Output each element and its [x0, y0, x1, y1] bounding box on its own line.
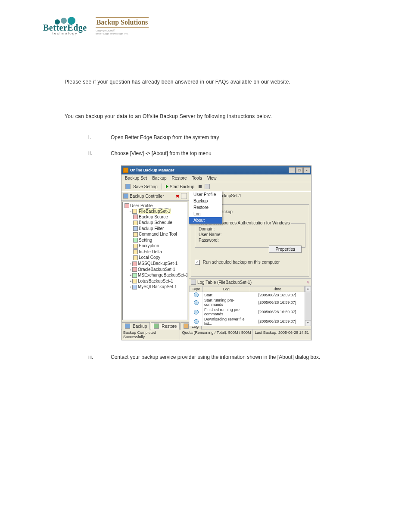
- cmd-icon: [133, 232, 138, 237]
- window-title: Online Backup Manager: [130, 168, 289, 172]
- log-msg: Downloading server file list...: [203, 317, 250, 326]
- step-1-num: i.: [88, 134, 98, 142]
- log-msg: Finished running pre-commands: [203, 307, 250, 317]
- log-msg: Start running pre-commands: [203, 298, 250, 307]
- tree-user-profile[interactable]: User Profile −FileBackupSet-1 Backup Sou…: [125, 203, 187, 290]
- app-icon: [123, 168, 128, 173]
- tree-backup-schedule[interactable]: Backup Schedule: [133, 220, 187, 226]
- log-row[interactable]: i Start [2005/06/28 16:59:07]: [190, 292, 305, 298]
- play-icon: [166, 185, 168, 188]
- toolbar-extra-icon[interactable]: [205, 184, 210, 189]
- view-dropdown-menu[interactable]: User Profile Backup Restore Log About: [189, 191, 222, 224]
- run-scheduled-row[interactable]: ✓ Run scheduled backup on this computer: [195, 260, 305, 265]
- step-2-text: Choose [View] -> [About] from the top me…: [111, 149, 212, 158]
- log-col-type[interactable]: Type: [190, 286, 203, 292]
- save-icon: [125, 184, 131, 189]
- menu-item-log[interactable]: Log: [189, 211, 222, 217]
- log-row[interactable]: i Downloading server file list... [2005/…: [190, 317, 305, 326]
- log-time: [2005/06/28 16:59:07]: [250, 292, 305, 298]
- log-col-time[interactable]: Time: [250, 286, 305, 292]
- save-setting-label: Save Setting: [133, 184, 158, 189]
- schedule-icon: [133, 221, 138, 225]
- log-row[interactable]: i Finished running pre-commands [2005/06…: [190, 307, 305, 317]
- password-label: Password:: [199, 237, 302, 243]
- tree-msexchange[interactable]: +MSExchangeBackupSet-1: [129, 273, 187, 279]
- restore-tab-icon: [154, 324, 159, 329]
- logo-betteredge: BetterEdge technology: [43, 18, 87, 35]
- log-time: [2005/06/28 16:59:07]: [250, 307, 305, 317]
- run-scheduled-label: Run scheduled backup on this computer: [203, 260, 280, 264]
- logo-right-block: Backup Solutions Copyright 2005© Better …: [96, 17, 149, 35]
- tree-mssql[interactable]: +MSSQLBackupSet-1: [129, 261, 187, 267]
- menu-backup[interactable]: Backup: [151, 175, 167, 181]
- start-backup-label: Start Backup: [170, 184, 194, 189]
- titlebar[interactable]: Online Backup Manager _ □ ×: [121, 166, 311, 174]
- menu-item-restore[interactable]: Restore: [189, 204, 222, 211]
- minimize-button[interactable]: _: [289, 167, 296, 173]
- tree-filebackupset1[interactable]: −FileBackupSet-1 Backup Source Backup Sc…: [129, 208, 187, 261]
- tab-restore[interactable]: Restore: [151, 322, 180, 330]
- right-pane: User Profile Backup Restore Log About Ba…: [189, 192, 311, 321]
- controller-icon: [123, 193, 128, 199]
- clear-log-icon[interactable]: ✎: [306, 280, 309, 285]
- delete-icon[interactable]: ✖: [176, 194, 180, 198]
- tree-cmdline[interactable]: Command Line Tool: [133, 232, 187, 238]
- scroll-up-icon[interactable]: ▴: [305, 286, 311, 292]
- log-time: [2005/06/28 16:59:07]: [250, 298, 305, 307]
- log-scrollbar[interactable]: ▴ ▾: [305, 286, 311, 326]
- properties-button[interactable]: Properties: [269, 246, 302, 253]
- tree-oracle[interactable]: +OracleBackupSet-1: [129, 267, 187, 273]
- log-col-log[interactable]: Log: [203, 286, 250, 292]
- tree-setting[interactable]: Setting: [133, 237, 187, 243]
- menu-tools[interactable]: Tools: [191, 175, 203, 181]
- step-3-text: Contact your backup service provider usi…: [111, 353, 320, 361]
- tree-backup-filter[interactable]: Backup Filter: [133, 226, 187, 232]
- app-window: Online Backup Manager _ □ × Backup Set B…: [121, 165, 311, 340]
- info-icon: i: [194, 310, 199, 314]
- save-setting-button[interactable]: Save Setting: [124, 184, 159, 190]
- info-icon: i: [194, 292, 199, 297]
- logo-copyright-1: Copyright 2005©: [96, 29, 149, 32]
- network-auth-group: Network Resources Authentication for Win…: [195, 223, 305, 248]
- tree-lotus[interactable]: +LotusBackupSet-1: [129, 278, 187, 284]
- menu-item-user-profile[interactable]: User Profile: [189, 191, 222, 198]
- tree-infile-delta[interactable]: In-File Delta: [133, 249, 187, 255]
- log-tab-icon: [184, 324, 189, 329]
- user-profile-icon: [125, 203, 129, 208]
- status-bar: Backup Completed Successfully Quota (Rem…: [121, 329, 311, 340]
- footer-rule: [43, 493, 368, 493]
- info-icon: i: [194, 300, 199, 305]
- tab-backup-label: Backup: [133, 324, 147, 329]
- tree-encryption[interactable]: Encryption: [133, 243, 187, 249]
- menu-view[interactable]: View: [206, 175, 218, 181]
- toolbar-sep-1: [162, 184, 162, 190]
- stop-button[interactable]: [197, 185, 203, 189]
- maximize-button[interactable]: □: [296, 167, 303, 173]
- folder-icon: [132, 273, 137, 278]
- menu-item-about[interactable]: About: [189, 217, 222, 224]
- tree-backup-source[interactable]: Backup Source: [133, 214, 187, 220]
- toolbar: Save Setting Start Backup: [121, 182, 311, 191]
- tree-local-copy[interactable]: Local Copy: [133, 255, 187, 261]
- logo-backup-solutions: Backup Solutions: [96, 17, 149, 28]
- folder-icon: [132, 267, 137, 272]
- tree-view[interactable]: User Profile −FileBackupSet-1 Backup Sou…: [122, 202, 188, 320]
- username-label: User Name:: [199, 232, 302, 237]
- scroll-down-icon[interactable]: ▾: [305, 320, 311, 326]
- tree-mysql[interactable]: +MySQLBackupSet-1: [129, 284, 187, 290]
- folder-icon: [132, 209, 137, 214]
- log-row[interactable]: i Start running pre-commands [2005/06/28…: [190, 298, 305, 307]
- filter-icon: [133, 226, 138, 231]
- close-button[interactable]: ×: [303, 167, 310, 173]
- start-backup-button[interactable]: Start Backup: [165, 184, 196, 190]
- menu-item-backup[interactable]: Backup: [189, 198, 222, 204]
- checkbox-icon[interactable]: ✓: [195, 260, 200, 265]
- log-section: Log Table (FileBackupSet-1) ✎ Type Log: [189, 278, 311, 326]
- menu-backup-set[interactable]: Backup Set: [124, 175, 148, 181]
- tab-backup[interactable]: Backup: [122, 322, 150, 330]
- step-1: i. Open Better Edge Backup from the syst…: [88, 134, 368, 142]
- menu-bar: Backup Set Backup Restore Tools View: [121, 174, 311, 182]
- left-extra-button[interactable]: [181, 193, 187, 199]
- menu-restore[interactable]: Restore: [171, 175, 188, 181]
- status-last-backup: Last Backup: 2005-06-28 14:51: [253, 330, 311, 340]
